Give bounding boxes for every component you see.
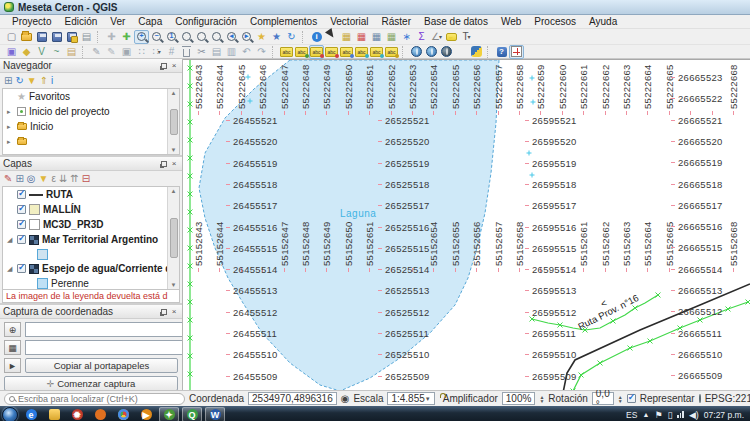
statistics-summary-button[interactable]: Σ (414, 30, 429, 44)
magnifier-value[interactable]: 100% (502, 392, 536, 405)
select-features-button[interactable] (324, 30, 339, 44)
web-service-dark-button[interactable] (439, 45, 454, 59)
cut-features-button[interactable]: ✂ (194, 45, 209, 59)
layers-scrollbar[interactable]: ▲▼ (167, 187, 179, 289)
web-service-catalog-button[interactable] (424, 45, 439, 59)
processing-toolbox-button[interactable]: ∗ (399, 30, 414, 44)
add-group-icon[interactable]: ⊞ (15, 174, 23, 184)
zoom-next-button[interactable]: ▸ (239, 30, 254, 44)
taskbar-firefox[interactable] (90, 407, 110, 421)
digitize-shape-v-button[interactable]: V (34, 45, 49, 59)
language-indicator[interactable]: ES (626, 410, 637, 420)
rotation-spinner[interactable]: ▲▼ (618, 395, 623, 403)
capture-coord-crs-input[interactable] (25, 322, 182, 337)
open-attribute-table-button[interactable]: ▦ (369, 30, 384, 44)
add-selected-layers-icon[interactable]: ⊞ (4, 76, 12, 86)
new-bookmark-button[interactable]: ★ (254, 30, 269, 44)
layer-row-espejo-de-agua-corriente-de-agua-[interactable]: ◢Espejo de agua/Corriente de agua... (3, 261, 179, 276)
close-panel-icon[interactable]: × (169, 307, 179, 317)
layer-visibility-checkbox[interactable] (17, 190, 26, 199)
locator-input[interactable] (18, 394, 180, 404)
new-print-layout-button[interactable]: ▤ (79, 30, 94, 44)
refresh-browser-icon[interactable]: ↻ (15, 76, 23, 86)
taskbar-chrome[interactable] (113, 407, 133, 421)
taskbar-windows-explorer[interactable] (44, 407, 64, 421)
layer-visibility-checkbox[interactable] (17, 264, 26, 273)
magnifier-spinner[interactable]: ▲▼ (539, 395, 544, 403)
float-panel-icon[interactable] (159, 307, 169, 317)
browser-item-more[interactable]: ▸ (3, 134, 179, 149)
browser-item-favoritos[interactable]: ★Favoritos (3, 89, 179, 104)
zoom-to-selection-button[interactable] (194, 30, 209, 44)
pan-map-button[interactable]: ✚ (104, 30, 119, 44)
layer-visibility-checkbox[interactable] (17, 220, 26, 229)
pan-to-selection-button[interactable]: ✚ (119, 30, 134, 44)
expand-all-icon[interactable]: ⇊ (59, 174, 67, 184)
epsg-status[interactable]: EPSG:22172 (705, 393, 750, 404)
start-capture-button[interactable]: ✛Comenzar captura (4, 376, 178, 390)
expand-arrow-icon[interactable]: ▸ (7, 138, 14, 146)
web-service-add-button[interactable] (409, 45, 424, 59)
plugin-3d-button[interactable]: ◆ (19, 45, 34, 59)
menu-web[interactable]: Web (495, 15, 527, 28)
coordinate-value[interactable]: 2534970,4896316 (248, 392, 337, 405)
render-checkbox[interactable] (627, 394, 636, 403)
menu-complementos[interactable]: Complementos (244, 15, 323, 28)
zoom-full-button[interactable] (179, 30, 194, 44)
map-canvas[interactable]: 5522264255222643552226445522264555222646… (183, 59, 750, 390)
start-button[interactable] (2, 407, 18, 421)
collapse-all-icon[interactable]: ⇑ (40, 76, 48, 86)
show-bookmarks-button[interactable]: ★ (269, 30, 284, 44)
crs-icon[interactable]: ⊕ (4, 322, 21, 337)
project-save-copy-button[interactable] (64, 30, 79, 44)
capture-coord-map-input[interactable] (25, 340, 182, 355)
map-tips-button[interactable] (444, 30, 459, 44)
label-highlight-button[interactable]: abc (324, 45, 339, 59)
mouse-position-icon[interactable]: ◉ (341, 393, 350, 404)
browser-item-inicio[interactable]: ▸Inicio (3, 119, 179, 134)
flag-icon[interactable]: ⚑ (654, 410, 662, 420)
menu-ayuda[interactable]: Ayuda (583, 15, 623, 28)
redo-button[interactable]: ↷ (254, 45, 269, 59)
scale-combobox[interactable]: 1:4.855▼ (387, 392, 434, 405)
zoom-out-button[interactable]: − (149, 30, 164, 44)
close-panel-icon[interactable]: × (169, 61, 179, 71)
zoom-to-layer-button[interactable] (209, 30, 224, 44)
layer-visibility-checkbox[interactable] (17, 235, 26, 244)
plugin-layers-button[interactable]: ▣ (4, 45, 19, 59)
grid-icon[interactable]: ▦ (4, 340, 21, 355)
layer-labeling-button[interactable]: abc (279, 45, 294, 59)
python-console-button[interactable] (469, 45, 484, 59)
layer-labeling-balls-button[interactable]: abc (294, 45, 309, 59)
remove-layer-icon[interactable]: ⊟ (82, 174, 90, 184)
label-rotate-button[interactable]: abc (369, 45, 384, 59)
menu-base-de-datos[interactable]: Base de datos (418, 15, 494, 28)
refresh-map-button[interactable]: ↻ (284, 30, 299, 44)
menu-capa[interactable]: Capa (132, 15, 168, 28)
expand-arrow-icon[interactable]: ▸ (7, 123, 14, 131)
field-calculator-button[interactable]: ▦ (384, 30, 399, 44)
rotation-value[interactable]: 0,0 ° (592, 392, 614, 405)
taskbar-qgis[interactable]: Q (182, 407, 202, 421)
project-save-button[interactable] (34, 30, 49, 44)
zoom-in-button[interactable]: + (134, 30, 149, 44)
open-layer-styling-icon[interactable]: ✎ (4, 174, 12, 184)
browser-item-inicio-del-proyecto[interactable]: ▸Inicio del proyecto (3, 104, 179, 119)
network-icon[interactable] (677, 411, 684, 418)
browser-scrollbar[interactable]: ▲▼ (167, 89, 179, 154)
expand-arrow-icon[interactable]: ◢ (7, 236, 14, 244)
label-pin-button[interactable]: abc (309, 45, 324, 59)
text-annotation-button[interactable]: T▾ (459, 30, 474, 44)
layer-visibility-checkbox[interactable] (17, 205, 26, 214)
filter-by-expression-icon[interactable]: ε (51, 174, 55, 184)
filter-legend-icon[interactable]: ▼ (39, 174, 49, 184)
track-mouse-icon[interactable]: ► (4, 358, 21, 373)
copy-features-button[interactable]: ▤ (209, 45, 224, 59)
crs-globe-icon[interactable] (699, 394, 701, 403)
current-edits-button[interactable]: ✎ (89, 45, 104, 59)
layer-row-mar-territorial-argentino[interactable]: ◢Mar Territorial Argentino (3, 232, 179, 247)
taskbar-media-player[interactable]: ▶ (136, 407, 156, 421)
menu-proyecto[interactable]: Proyecto (6, 15, 57, 28)
identify-features-button[interactable]: i (309, 30, 324, 44)
expand-arrow-icon[interactable]: ◢ (7, 265, 14, 273)
